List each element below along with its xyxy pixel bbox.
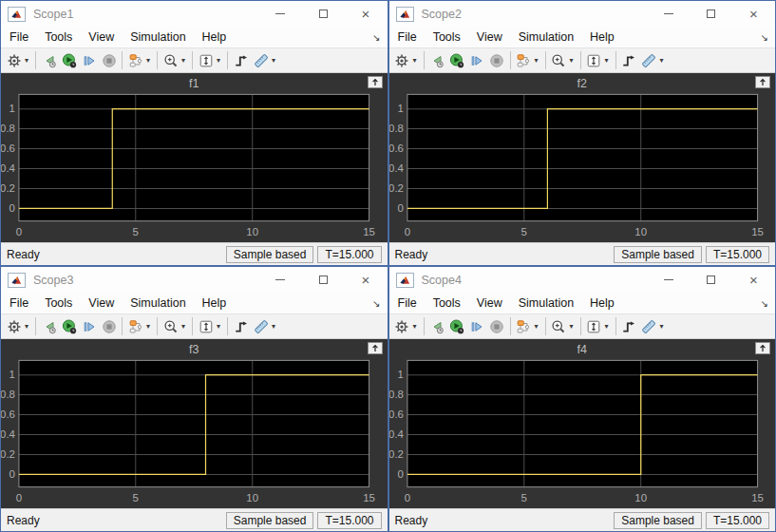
measurements-dropdown-caret-icon[interactable]: ▾ [659, 322, 668, 331]
fit-to-view-icon[interactable] [584, 316, 604, 337]
title-bar[interactable]: Scope1 × [1, 1, 388, 27]
signal-selector-icon[interactable] [514, 316, 534, 337]
dock-button[interactable] [368, 76, 383, 88]
run-icon[interactable] [59, 316, 79, 337]
signal-selector-icon[interactable] [514, 50, 534, 71]
menu-simulation[interactable]: Simulation [123, 294, 193, 312]
zoom-dropdown-caret-icon[interactable]: ▾ [180, 56, 189, 65]
step-back-icon[interactable] [39, 316, 59, 337]
measurements-ruler-icon[interactable] [639, 316, 659, 337]
measurements-ruler-icon[interactable] [251, 50, 271, 71]
settings-dropdown-caret-icon[interactable]: ▾ [412, 56, 421, 65]
stop-icon[interactable] [487, 50, 507, 71]
dock-button[interactable] [755, 342, 770, 354]
menu-view[interactable]: View [469, 28, 510, 46]
step-forward-icon[interactable] [467, 50, 487, 71]
measurements-ruler-icon[interactable] [639, 50, 659, 71]
maximize-button[interactable] [690, 267, 732, 293]
signal-selector-dropdown-caret-icon[interactable]: ▾ [534, 56, 542, 65]
stop-icon[interactable] [487, 316, 507, 337]
menu-overflow-arrow-icon[interactable]: ↘ [372, 32, 380, 43]
menu-view[interactable]: View [469, 294, 510, 312]
maximize-button[interactable] [690, 1, 732, 27]
menu-view[interactable]: View [81, 294, 122, 312]
settings-dropdown-caret-icon[interactable]: ▾ [24, 56, 32, 65]
menu-tools[interactable]: Tools [37, 294, 80, 312]
zoom-in-icon[interactable] [549, 316, 569, 337]
trigger-icon[interactable] [231, 316, 251, 337]
menu-help[interactable]: Help [195, 28, 235, 46]
title-bar[interactable]: Scope3 × [1, 267, 388, 293]
zoom-in-icon[interactable] [161, 50, 180, 71]
fit-to-view-icon[interactable] [196, 50, 216, 71]
menu-tools[interactable]: Tools [37, 28, 80, 46]
menu-overflow-arrow-icon[interactable]: ↘ [761, 298, 768, 309]
menu-simulation[interactable]: Simulation [511, 294, 581, 312]
menu-tools[interactable]: Tools [426, 28, 468, 46]
menu-file[interactable]: File [2, 28, 36, 46]
fit-to-view-icon[interactable] [584, 50, 604, 71]
settings-dropdown-caret-icon[interactable]: ▾ [24, 322, 32, 331]
trigger-icon[interactable] [231, 50, 251, 71]
menu-simulation[interactable]: Simulation [123, 28, 193, 46]
zoom-dropdown-caret-icon[interactable]: ▾ [569, 322, 577, 331]
close-button[interactable]: × [732, 1, 775, 27]
fit-to-view-icon[interactable] [196, 316, 216, 337]
measurements-ruler-icon[interactable] [251, 316, 271, 337]
menu-file[interactable]: File [2, 294, 36, 312]
trigger-icon[interactable] [619, 316, 639, 337]
maximize-button[interactable] [302, 267, 345, 293]
minimize-button[interactable] [647, 1, 690, 27]
zoom-in-icon[interactable] [161, 316, 180, 337]
close-button[interactable]: × [732, 267, 775, 293]
dock-button[interactable] [368, 342, 383, 354]
settings-gear-icon[interactable] [4, 316, 24, 337]
fit-to-view-dropdown-caret-icon[interactable]: ▾ [216, 322, 224, 331]
minimize-button[interactable] [647, 267, 690, 293]
menu-file[interactable]: File [390, 28, 425, 46]
step-forward-icon[interactable] [79, 316, 99, 337]
settings-gear-icon[interactable] [4, 50, 24, 71]
close-button[interactable]: × [345, 1, 388, 27]
trigger-icon[interactable] [619, 50, 639, 71]
menu-file[interactable]: File [390, 294, 425, 312]
close-button[interactable]: × [345, 267, 388, 293]
menu-overflow-arrow-icon[interactable]: ↘ [372, 298, 380, 309]
title-bar[interactable]: Scope2 × [389, 1, 776, 27]
run-icon[interactable] [59, 50, 79, 71]
dock-button[interactable] [755, 76, 770, 88]
measurements-dropdown-caret-icon[interactable]: ▾ [271, 56, 279, 65]
stop-icon[interactable] [99, 50, 119, 71]
measurements-dropdown-caret-icon[interactable]: ▾ [659, 56, 668, 65]
measurements-dropdown-caret-icon[interactable]: ▾ [271, 322, 279, 331]
signal-selector-icon[interactable] [125, 50, 145, 71]
menu-simulation[interactable]: Simulation [511, 28, 581, 46]
menu-help[interactable]: Help [195, 294, 235, 312]
zoom-dropdown-caret-icon[interactable]: ▾ [569, 56, 577, 65]
title-bar[interactable]: Scope4 × [389, 267, 776, 293]
menu-tools[interactable]: Tools [426, 294, 468, 312]
maximize-button[interactable] [302, 1, 345, 27]
signal-selector-dropdown-caret-icon[interactable]: ▾ [145, 322, 154, 331]
zoom-dropdown-caret-icon[interactable]: ▾ [180, 322, 189, 331]
stop-icon[interactable] [99, 316, 119, 337]
menu-help[interactable]: Help [582, 294, 622, 312]
run-icon[interactable] [447, 50, 467, 71]
settings-gear-icon[interactable] [392, 316, 412, 337]
settings-dropdown-caret-icon[interactable]: ▾ [412, 322, 421, 331]
fit-to-view-dropdown-caret-icon[interactable]: ▾ [216, 56, 224, 65]
step-back-icon[interactable] [427, 316, 447, 337]
signal-selector-dropdown-caret-icon[interactable]: ▾ [145, 56, 154, 65]
minimize-button[interactable] [259, 1, 302, 27]
menu-overflow-arrow-icon[interactable]: ↘ [761, 32, 768, 43]
run-icon[interactable] [447, 316, 467, 337]
zoom-in-icon[interactable] [549, 50, 569, 71]
minimize-button[interactable] [259, 267, 302, 293]
fit-to-view-dropdown-caret-icon[interactable]: ▾ [604, 56, 613, 65]
fit-to-view-dropdown-caret-icon[interactable]: ▾ [604, 322, 613, 331]
step-forward-icon[interactable] [79, 50, 99, 71]
step-forward-icon[interactable] [467, 316, 487, 337]
step-back-icon[interactable] [427, 50, 447, 71]
menu-view[interactable]: View [81, 28, 122, 46]
settings-gear-icon[interactable] [392, 50, 412, 71]
